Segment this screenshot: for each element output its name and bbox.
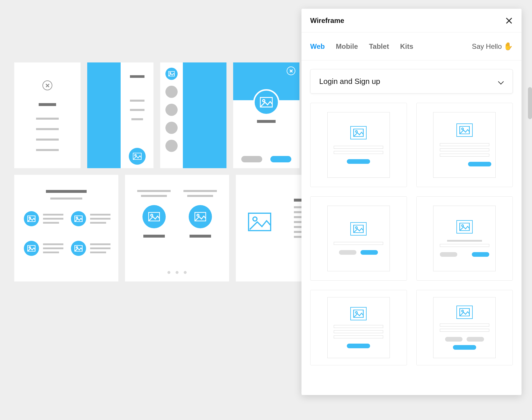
- placeholder-input: [334, 335, 383, 338]
- placeholder-button-primary: [270, 156, 291, 162]
- svg-point-9: [76, 217, 78, 218]
- button-row: [440, 252, 489, 257]
- wireframe-card-profile-hero[interactable]: [233, 62, 299, 168]
- image-icon: [24, 241, 39, 256]
- dropdown-label: Login and Sign up: [319, 77, 380, 86]
- nav-rail-item: [165, 140, 178, 152]
- close-icon: [287, 67, 295, 75]
- placeholder-button-secondary: [467, 337, 484, 342]
- image-icon: [165, 68, 178, 80]
- svg-point-29: [356, 312, 357, 313]
- placeholder-button-secondary: [241, 156, 262, 162]
- placeholder-button-secondary: [445, 337, 463, 342]
- image-icon: [456, 123, 473, 137]
- wireframe-card-modal-close[interactable]: [14, 62, 81, 168]
- placeholder-input: [334, 242, 383, 245]
- image-icon: [456, 306, 473, 319]
- feature-item: [24, 211, 63, 226]
- say-hello-link[interactable]: Say Hello ✋: [472, 42, 513, 51]
- placeholder-line: [131, 118, 143, 120]
- svg-point-15: [151, 214, 153, 216]
- placeholder-input: [334, 146, 383, 149]
- placeholder-title: [143, 235, 165, 238]
- nav-rail-item: [165, 122, 178, 134]
- scrollbar-thumb[interactable]: [528, 87, 532, 119]
- category-dropdown[interactable]: Login and Sign up: [310, 69, 513, 94]
- column: [137, 190, 171, 238]
- nav-rail-item: [165, 104, 178, 116]
- panel-body: Login and Sign up: [301, 60, 522, 395]
- placeholder-button-primary: [472, 252, 489, 257]
- placeholder-button-secondary: [339, 250, 356, 255]
- image-icon: [71, 241, 86, 256]
- close-icon: [42, 80, 52, 90]
- image-icon: [350, 307, 367, 320]
- wireframe-card-sidebar-left[interactable]: [87, 62, 153, 168]
- component-signup-multifield-1[interactable]: [310, 290, 407, 365]
- placeholder-title: [39, 103, 56, 106]
- component-preview: [327, 297, 390, 358]
- tab-mobile[interactable]: Mobile: [336, 42, 358, 51]
- close-icon[interactable]: [505, 17, 513, 24]
- svg-point-31: [462, 310, 463, 312]
- chevron-down-icon: [498, 78, 504, 84]
- wireframe-card-features-grid[interactable]: [14, 175, 118, 281]
- placeholder-button-primary: [453, 345, 476, 350]
- image-icon: [24, 211, 39, 226]
- component-preview: [327, 112, 390, 178]
- two-columns: [137, 190, 217, 238]
- placeholder-line: [141, 195, 167, 197]
- placeholder-input: [440, 244, 489, 247]
- image-icon: [350, 126, 367, 139]
- placeholder-input: [440, 154, 489, 157]
- canvas: [14, 62, 347, 281]
- placeholder-line: [36, 139, 59, 141]
- placeholder-title: [46, 190, 87, 193]
- placeholder-input: [440, 143, 489, 146]
- placeholder-subtitle: [50, 198, 82, 200]
- component-login-split-2[interactable]: [416, 196, 513, 281]
- component-login-centered-2[interactable]: [416, 103, 513, 187]
- svg-point-1: [135, 155, 136, 156]
- placeholder-title: [190, 235, 211, 238]
- placeholder-input: [440, 324, 489, 326]
- image-icon: [350, 222, 367, 236]
- placeholder-line: [447, 240, 482, 242]
- placeholder-line: [36, 118, 59, 120]
- placeholder-line: [183, 190, 217, 192]
- wireframe-card-nav-circle-column[interactable]: [160, 62, 226, 168]
- component-login-centered-1[interactable]: [310, 103, 407, 187]
- wireframe-card-features-columns[interactable]: [125, 175, 229, 281]
- image-icon: [189, 205, 212, 228]
- feature-item: [71, 211, 110, 226]
- placeholder-button-secondary: [440, 252, 457, 257]
- svg-point-17: [197, 214, 199, 216]
- placeholder-title: [130, 75, 144, 78]
- placeholder-line: [130, 100, 144, 102]
- feature-item: [24, 241, 63, 256]
- image-icon: [142, 205, 166, 228]
- svg-point-21: [356, 131, 357, 132]
- placeholder-input: [334, 325, 383, 328]
- svg-point-27: [462, 225, 463, 227]
- button-row: [339, 250, 378, 255]
- feature-item: [71, 241, 110, 256]
- wireframe-panel: Wireframe Web Mobile Tablet Kits Say Hel…: [301, 9, 522, 395]
- placeholder-input: [334, 151, 383, 154]
- sidebar-accent: [87, 62, 121, 168]
- wireframe-row-1: [14, 62, 347, 168]
- tab-web[interactable]: Web: [310, 42, 325, 51]
- column: [183, 190, 217, 238]
- tab-tablet[interactable]: Tablet: [369, 42, 389, 51]
- placeholder-line: [36, 149, 59, 151]
- say-hello-label: Say Hello: [472, 42, 502, 51]
- svg-point-19: [253, 217, 257, 221]
- svg-point-25: [356, 227, 357, 229]
- placeholder-button-primary: [468, 162, 491, 166]
- tab-kits[interactable]: Kits: [400, 42, 413, 51]
- placeholder-button-primary: [347, 344, 370, 348]
- component-signup-multifield-2[interactable]: [416, 290, 513, 365]
- component-preview: [327, 206, 390, 271]
- component-login-split-1[interactable]: [310, 196, 407, 281]
- button-row: [445, 337, 484, 342]
